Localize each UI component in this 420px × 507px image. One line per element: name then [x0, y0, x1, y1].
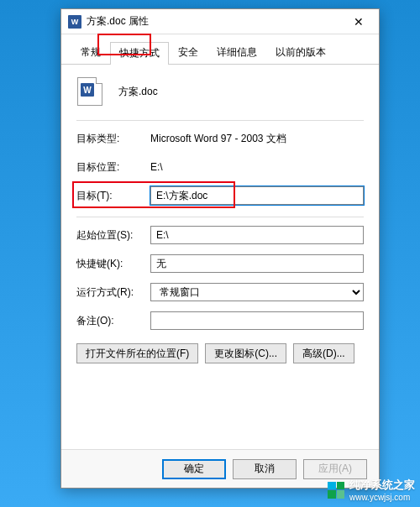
label-start-in: 起始位置(S): — [76, 228, 150, 243]
watermark-logo-icon — [328, 482, 344, 499]
separator — [76, 120, 364, 121]
tab-shortcut[interactable]: 快捷方式 — [110, 42, 169, 65]
row-start-in: 起始位置(S): — [76, 226, 364, 244]
watermark-text-block: 纯净系统之家 www.ycwjsj.com — [349, 478, 415, 502]
window-title: 方案.doc 属性 — [87, 14, 342, 29]
row-target-type: 目标类型: Microsoft Word 97 - 2003 文档 — [76, 129, 364, 148]
separator — [76, 217, 364, 217]
close-button[interactable]: ✕ — [342, 10, 375, 34]
advanced-button[interactable]: 高级(D)... — [293, 343, 354, 363]
doc-small-icon: W — [68, 15, 81, 29]
tab-previous-versions[interactable]: 以前的版本 — [266, 41, 335, 64]
tab-security[interactable]: 安全 — [169, 41, 207, 64]
action-button-row: 打开文件所在的位置(F) 更改图标(C)... 高级(D)... — [76, 343, 364, 363]
label-shortcut-key: 快捷键(K): — [76, 257, 150, 271]
label-comment: 备注(O): — [76, 314, 150, 328]
row-comment: 备注(O): — [76, 311, 364, 330]
change-icon-button[interactable]: 更改图标(C)... — [205, 343, 286, 363]
value-target-type: Microsoft Word 97 - 2003 文档 — [150, 132, 286, 146]
run-mode-select[interactable]: 常规窗口 — [150, 283, 364, 301]
row-target-location: 目标位置: E:\ — [76, 158, 364, 176]
cancel-button[interactable]: 取消 — [233, 459, 297, 479]
row-target: 目标(T): — [76, 186, 364, 205]
shortcut-key-input[interactable] — [150, 254, 364, 273]
label-target-type: 目标类型: — [76, 132, 150, 146]
watermark: 纯净系统之家 www.ycwjsj.com — [328, 478, 415, 502]
row-run-mode: 运行方式(R): 常规窗口 — [76, 283, 364, 301]
row-shortcut-key: 快捷键(K): — [76, 254, 364, 273]
file-header: W — [76, 76, 364, 107]
ok-button[interactable]: 确定 — [162, 459, 226, 479]
label-target-location: 目标位置: — [76, 160, 150, 175]
value-target-location: E:\ — [150, 161, 163, 173]
file-name-field[interactable] — [118, 84, 364, 99]
start-in-input[interactable] — [150, 226, 364, 244]
comment-input[interactable] — [150, 311, 364, 330]
label-run-mode: 运行方式(R): — [76, 285, 150, 300]
properties-dialog: W 方案.doc 属性 ✕ 常规 快捷方式 安全 详细信息 以前的版本 W 目标… — [60, 8, 380, 489]
label-target: 目标(T): — [76, 189, 150, 203]
dialog-content: W 目标类型: Microsoft Word 97 - 2003 文档 目标位置… — [61, 65, 379, 449]
tab-strip: 常规 快捷方式 安全 详细信息 以前的版本 — [61, 34, 379, 65]
word-doc-icon: W — [76, 76, 103, 107]
watermark-url: www.ycwjsj.com — [349, 493, 415, 502]
watermark-text: 纯净系统之家 — [349, 478, 415, 493]
titlebar: W 方案.doc 属性 ✕ — [61, 9, 379, 34]
target-input[interactable] — [150, 186, 364, 205]
tab-general[interactable]: 常规 — [71, 41, 110, 64]
apply-button[interactable]: 应用(A) — [303, 459, 367, 479]
open-file-location-button[interactable]: 打开文件所在的位置(F) — [76, 343, 198, 363]
tab-details[interactable]: 详细信息 — [207, 41, 266, 64]
